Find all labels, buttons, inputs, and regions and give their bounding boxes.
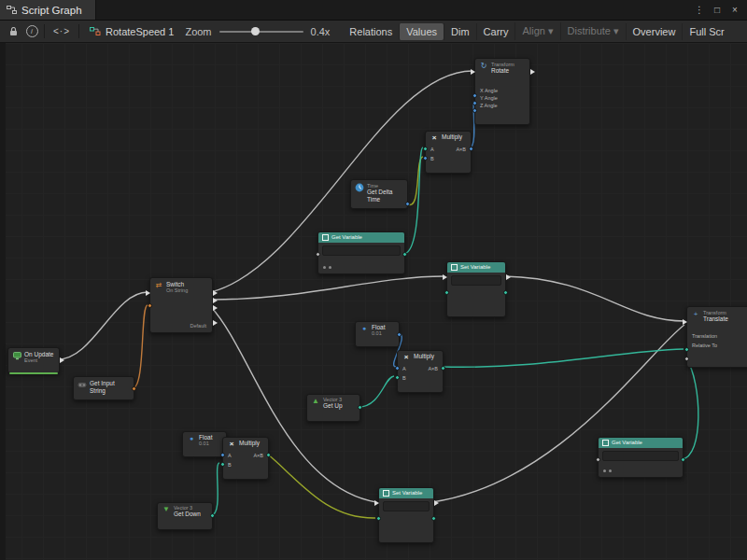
control-out-port[interactable]	[60, 357, 64, 363]
y-angle-port[interactable]	[472, 101, 477, 105]
translation-in-port[interactable]	[684, 347, 689, 352]
x-angle-port[interactable]	[472, 93, 477, 98]
variable-name-field[interactable]	[451, 275, 501, 286]
node-get-delta-time[interactable]: Time Get Delta Time	[350, 179, 408, 209]
control-in-port[interactable]	[683, 319, 687, 325]
mini-port[interactable]	[603, 469, 606, 472]
string-out-port[interactable]	[132, 386, 136, 391]
value-in-port[interactable]	[376, 516, 381, 521]
wire-getup-to-multiply-mid[interactable]	[359, 376, 394, 407]
input-a-port[interactable]	[395, 366, 400, 371]
zoom-to-fit-button[interactable]: <·>	[48, 23, 76, 40]
node-multiply-bottom[interactable]: × Multiply A A×B B	[222, 437, 269, 480]
value-out-port[interactable]	[503, 290, 508, 295]
branch-out-port-1[interactable]	[213, 290, 218, 296]
overview-button[interactable]: Overview	[626, 23, 683, 40]
float-out-port[interactable]	[405, 202, 410, 206]
full-screen-button[interactable]: Full Scr	[682, 23, 730, 40]
node-get-input-string[interactable]: Get Input String	[73, 376, 134, 400]
variable-name-field[interactable]	[602, 451, 679, 461]
wire-multiply-bottom-to-setvariable-bottom[interactable]	[267, 454, 375, 518]
variable-name-field[interactable]	[383, 501, 430, 511]
lock-button[interactable]	[4, 23, 22, 40]
node-on-update[interactable]: On Update Event	[7, 347, 60, 373]
tab-script-graph[interactable]: Script Graph	[0, 0, 96, 20]
control-out-port[interactable]	[434, 500, 439, 506]
zoom-slider[interactable]	[219, 31, 303, 33]
wire-onupdate-to-switch[interactable]	[58, 292, 148, 359]
default-out-port[interactable]	[213, 320, 218, 326]
window-maximize-button[interactable]: □	[710, 3, 725, 17]
product-out-port[interactable]	[469, 147, 473, 151]
info-button[interactable]: i	[22, 23, 41, 40]
control-in-port[interactable]	[374, 500, 379, 506]
node-set-variable-top[interactable]: Set Variable	[446, 261, 506, 317]
graph-breadcrumb[interactable]: RotateSpeed 1	[82, 26, 181, 37]
wire-getinput-to-switch[interactable]	[133, 305, 148, 388]
node-get-variable-right[interactable]: Get Variable	[598, 437, 684, 478]
output-label: A×B	[456, 147, 466, 152]
variable-node-header: Get Variable	[612, 440, 642, 446]
branch-out-port-2[interactable]	[213, 298, 218, 303]
variable-name-field[interactable]	[322, 245, 401, 256]
control-in-port[interactable]	[443, 274, 447, 280]
vector-out-port[interactable]	[210, 513, 215, 518]
control-out-port[interactable]	[530, 69, 535, 75]
carry-button[interactable]: Carry	[476, 23, 515, 40]
control-in-port[interactable]	[146, 290, 150, 296]
wire-deltatime-to-multiply-top[interactable]	[406, 157, 423, 205]
value-out-port[interactable]	[681, 457, 685, 462]
control-out-port[interactable]	[506, 274, 511, 280]
relations-button[interactable]: Relations	[343, 23, 399, 40]
node-get-variable-top[interactable]: Get Variable	[317, 231, 405, 274]
node-set-variable-bottom[interactable]: Set Variable	[378, 487, 434, 543]
graph-canvas[interactable]: On Update Event Get Input String ⇄ S	[0, 43, 747, 560]
node-translate[interactable]: + Transform Translate Translation Relati…	[686, 306, 747, 368]
value-in-port[interactable]	[444, 290, 449, 295]
name-in-port[interactable]	[596, 457, 600, 462]
node-rotate[interactable]: ↻ Transform Rotate X Angle Y Angle Z Ang…	[474, 58, 530, 125]
vector-out-port[interactable]	[358, 405, 362, 410]
float-out-port[interactable]	[397, 332, 402, 337]
wire-setvariable-top-to-translate[interactable]	[504, 276, 684, 321]
distribute-dropdown[interactable]: Distribute ▾	[560, 22, 626, 40]
node-vector3-get-up[interactable]: ▲ Vector 3 Get Up	[306, 394, 360, 422]
variable-icon	[322, 234, 329, 241]
branch-out-port-3[interactable]	[213, 305, 218, 311]
node-switch-on-string[interactable]: ⇄ Switch On String Default	[149, 277, 213, 333]
wire-multiply-mid-to-translate[interactable]	[442, 349, 684, 367]
mini-port[interactable]	[609, 469, 612, 472]
variable-node-header: Get Variable	[331, 234, 362, 241]
node-title: Translate	[703, 315, 728, 322]
product-out-port[interactable]	[266, 453, 271, 457]
wire-switch-to-setvariable-top[interactable]	[211, 276, 444, 300]
name-in-port[interactable]	[316, 252, 320, 257]
mini-port[interactable]	[323, 266, 326, 269]
selector-in-port[interactable]	[148, 303, 152, 308]
wire-getvariable-right-to-translate[interactable]	[682, 358, 698, 459]
zoom-slider-knob[interactable]	[251, 27, 260, 35]
input-b-port[interactable]	[220, 462, 225, 467]
product-out-port[interactable]	[441, 366, 445, 371]
node-float-top[interactable]: ● Float 0.01	[355, 321, 400, 347]
input-a-port[interactable]	[220, 453, 225, 457]
value-out-port[interactable]	[431, 516, 436, 521]
values-button[interactable]: Values	[399, 23, 444, 40]
value-out-port[interactable]	[402, 252, 407, 257]
node-multiply-top[interactable]: × Multiply A A×B B	[425, 131, 472, 174]
node-title: Switch	[166, 281, 188, 287]
input-a-port[interactable]	[423, 147, 428, 151]
align-dropdown[interactable]: Align ▾	[514, 22, 559, 40]
mini-port[interactable]	[329, 266, 331, 269]
control-in-port[interactable]	[471, 69, 475, 75]
relative-to-in-port[interactable]	[684, 357, 689, 361]
input-b-port[interactable]	[395, 375, 400, 380]
input-b-port[interactable]	[423, 156, 428, 161]
dim-button[interactable]: Dim	[444, 23, 476, 40]
window-menu-button[interactable]: ⋮	[692, 3, 707, 17]
info-icon: i	[26, 25, 38, 37]
window-close-button[interactable]: ×	[727, 3, 742, 17]
node-multiply-mid[interactable]: × Multiply A A×B B	[397, 350, 444, 393]
z-angle-port[interactable]	[472, 108, 477, 113]
node-vector3-get-down[interactable]: ▼ Vector 3 Get Down	[157, 502, 213, 530]
